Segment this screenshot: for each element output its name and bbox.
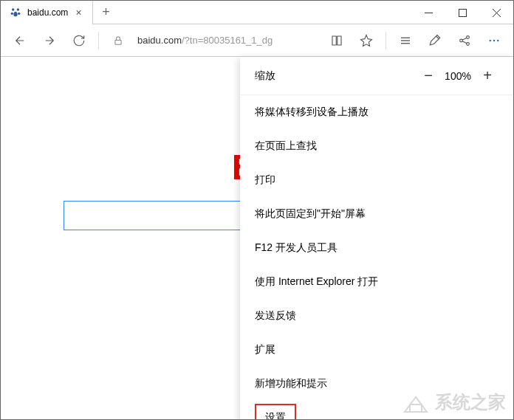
svg-point-17: [490, 39, 491, 41]
svg-point-1: [17, 8, 19, 10]
new-tab-button[interactable]: +: [93, 1, 120, 24]
lock-icon[interactable]: [105, 27, 131, 54]
zoom-in-button[interactable]: +: [476, 67, 498, 84]
minimize-button[interactable]: [411, 1, 445, 24]
menu-open-ie[interactable]: 使用 Internet Explorer 打开: [240, 265, 513, 299]
hub-button[interactable]: [392, 27, 419, 54]
tab-close-button[interactable]: ×: [74, 7, 83, 18]
browser-tab[interactable]: baidu.com ×: [1, 1, 93, 24]
menu-find-on-page[interactable]: 在页面上查找: [240, 129, 513, 163]
window-controls: [411, 1, 513, 24]
tab-title: baidu.com: [27, 7, 68, 18]
svg-point-18: [493, 39, 495, 41]
maximize-button[interactable]: [445, 1, 479, 24]
menu-whats-new[interactable]: 新增功能和提示: [240, 367, 513, 401]
forward-button[interactable]: [36, 27, 63, 54]
zoom-out-button[interactable]: −: [417, 67, 439, 84]
svg-point-3: [18, 13, 20, 15]
menu-print[interactable]: 打印: [240, 163, 513, 197]
toolbar: baidu.com/?tn=80035161_1_dg: [1, 24, 513, 57]
titlebar: baidu.com × +: [1, 1, 513, 24]
zoom-row: 缩放 − 100% +: [240, 57, 513, 95]
menu-pin-to-start[interactable]: 将此页固定到"开始"屏幕: [240, 197, 513, 231]
menu-feedback[interactable]: 发送反馈: [240, 299, 513, 333]
svg-point-14: [467, 42, 470, 45]
svg-point-13: [467, 35, 470, 38]
close-window-button[interactable]: [479, 1, 513, 24]
menu-settings[interactable]: 设置: [255, 404, 296, 420]
menu-dev-tools[interactable]: F12 开发人员工具: [240, 231, 513, 265]
back-button[interactable]: [7, 27, 33, 54]
svg-line-16: [462, 41, 467, 43]
refresh-button[interactable]: [66, 27, 92, 54]
svg-point-19: [497, 39, 498, 41]
svg-rect-5: [459, 9, 466, 16]
share-button[interactable]: [451, 27, 478, 54]
svg-line-15: [462, 38, 467, 40]
menu-extensions[interactable]: 扩展: [240, 333, 513, 367]
svg-point-12: [460, 39, 463, 42]
notes-button[interactable]: [422, 27, 448, 54]
svg-point-2: [11, 13, 13, 15]
address-bar[interactable]: baidu.com/?tn=80035161_1_dg: [134, 29, 321, 52]
url-text: baidu.com/?tn=80035161_1_dg: [137, 35, 273, 46]
more-button[interactable]: [481, 27, 507, 54]
menu-cast-media[interactable]: 将媒体转移到设备上播放: [240, 95, 513, 129]
favorites-button[interactable]: [353, 27, 380, 54]
baidu-favicon: [10, 7, 21, 18]
zoom-value: 100%: [439, 70, 476, 82]
reading-view-button[interactable]: [323, 27, 350, 54]
zoom-label: 缩放: [255, 69, 417, 83]
svg-rect-8: [115, 40, 121, 44]
more-menu: 缩放 − 100% + 将媒体转移到设备上播放 在页面上查找 打印 将此页固定到…: [240, 57, 513, 420]
svg-point-0: [12, 8, 14, 10]
